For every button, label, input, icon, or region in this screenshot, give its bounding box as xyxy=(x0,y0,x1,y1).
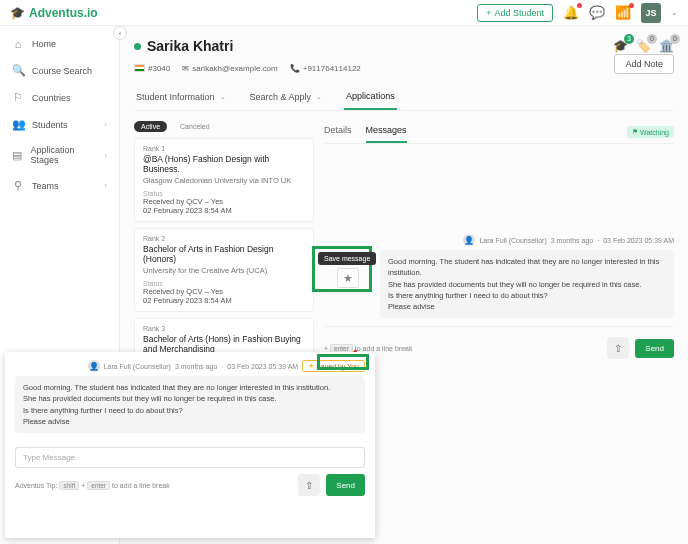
collapse-sidebar-icon[interactable]: ‹ xyxy=(113,26,127,40)
adventus-tip: Adventus Tip: shift + enter to add a lin… xyxy=(15,482,170,489)
tab-details[interactable]: Details xyxy=(324,121,352,143)
bell-icon[interactable]: 🔔 xyxy=(563,5,579,20)
badge: 3 xyxy=(624,34,634,44)
rank: Rank 3 xyxy=(143,325,305,332)
tab-student-information[interactable]: Student Information⌄ xyxy=(134,86,228,110)
university: Glasgow Caledonian University via INTO U… xyxy=(143,176,305,185)
status-label: Status xyxy=(143,280,305,287)
status-canceled[interactable]: Canceled xyxy=(173,121,217,132)
overlay-message-body: Good morning. The student has indicated … xyxy=(15,376,365,433)
tab-applications[interactable]: Applications xyxy=(344,86,397,110)
phone-icon: 📞 xyxy=(290,64,300,73)
badge: 0 xyxy=(647,34,657,44)
overlay-when: 3 months ago xyxy=(175,363,217,370)
sidebar-item-application-stages[interactable]: ▤Application Stages› xyxy=(0,138,119,172)
student-name-block: Sarika Khatri xyxy=(134,38,233,54)
send-button[interactable]: Send xyxy=(326,474,365,496)
tab-messages[interactable]: Messages xyxy=(366,121,407,143)
status-val: Received by QCV – Yes xyxy=(143,197,305,206)
institution-counter-icon[interactable]: 🏛️0 xyxy=(659,39,674,53)
calendar-counter-icon[interactable]: 🏷️0 xyxy=(636,39,651,53)
status-date: 02 February 2023 8:54 AM xyxy=(143,296,305,305)
key-chip: enter xyxy=(87,481,110,490)
chat-counter-icon[interactable]: 🎓3 xyxy=(613,39,628,53)
upload-icon: ⇧ xyxy=(305,480,313,491)
tip-prefix: + xyxy=(324,345,328,352)
search-icon: 🔍 xyxy=(12,64,24,77)
flag-icon: ⚑ xyxy=(632,128,638,136)
author-avatar-icon: 👤 xyxy=(88,360,100,372)
watching-badge[interactable]: ⚑Watching xyxy=(627,126,674,138)
brand-text: Adventus.io xyxy=(29,6,98,20)
grad-cap-icon: 🎓 xyxy=(10,6,25,20)
student-phone[interactable]: +911764114122 xyxy=(303,64,361,73)
upload-button[interactable]: ⇧ xyxy=(607,337,629,359)
sidebar-item-countries[interactable]: ⚐Countries xyxy=(0,84,119,111)
rank: Rank 1 xyxy=(143,145,305,152)
msg-line: Good morning. The student has indicated … xyxy=(23,382,357,393)
mail-icon: ✉ xyxy=(182,64,189,73)
brand-logo[interactable]: 🎓 Adventus.io xyxy=(10,6,98,20)
sidebar-item-teams[interactable]: ⚲Teams› xyxy=(0,172,119,199)
student-name: Sarika Khatri xyxy=(147,38,233,54)
author-avatar-icon: 👤 xyxy=(463,234,475,246)
chevron-right-icon: › xyxy=(104,151,107,160)
upload-icon: ⇧ xyxy=(614,343,622,354)
watching-label: Watching xyxy=(640,129,669,136)
status-active[interactable]: Active xyxy=(134,121,167,132)
nav-label: Teams xyxy=(32,181,59,191)
student-email[interactable]: sarikakh@example.com xyxy=(192,64,277,73)
active-status-dot-icon xyxy=(134,43,141,50)
tip-label: Adventus Tip: xyxy=(15,482,57,489)
status-label: Status xyxy=(143,190,305,197)
chevron-down-icon: ⌄ xyxy=(220,93,226,101)
tab-search-apply[interactable]: Search & Apply⌄ xyxy=(248,86,325,110)
add-student-button[interactable]: + Add Student xyxy=(477,4,553,22)
message-input[interactable]: Type Message xyxy=(15,447,365,468)
course-title: Bachelor of Arts (Hons) in Fashion Buyin… xyxy=(143,334,305,354)
topbar: 🎓 Adventus.io + Add Student 🔔 💬 📶 JS ⌄ xyxy=(0,0,688,26)
student-id: #3040 xyxy=(148,64,170,73)
message-body: Good morning. The student has indicated … xyxy=(380,250,674,318)
add-student-label: Add Student xyxy=(494,8,544,18)
application-card[interactable]: Rank 2 Bachelor of Arts in Fashion Desig… xyxy=(134,228,314,312)
chat-icon[interactable]: 💬 xyxy=(589,5,605,20)
nav-label: Countries xyxy=(32,93,71,103)
sidebar-item-course-search[interactable]: 🔍Course Search xyxy=(0,57,119,84)
add-note-button[interactable]: Add Note xyxy=(614,54,674,74)
key-chip: shift xyxy=(59,481,79,490)
message-author: Lara Full (Counsellor) xyxy=(479,237,546,244)
stages-icon: ▤ xyxy=(12,149,23,162)
people-icon: 👥 xyxy=(12,118,24,131)
tip-text: to add a line break xyxy=(112,482,170,489)
university: University for the Creative Arts (UCA) xyxy=(143,266,305,275)
application-card[interactable]: Rank 1 @BA (Hons) Fashion Design with Bu… xyxy=(134,138,314,222)
message-relative-time: 3 months ago xyxy=(551,237,593,244)
send-button[interactable]: Send xyxy=(635,339,674,358)
status-filter: Active Canceled xyxy=(134,121,314,132)
nav-label: Application Stages xyxy=(31,145,97,165)
sidebar-item-students[interactable]: 👥Students› xyxy=(0,111,119,138)
course-title: Bachelor of Arts in Fashion Design (Hono… xyxy=(143,244,305,264)
chevron-down-icon: ⌄ xyxy=(316,93,322,101)
msg-line: Good morning. The student has indicated … xyxy=(388,256,666,279)
teams-icon: ⚲ xyxy=(12,179,24,192)
chevron-right-icon: › xyxy=(104,181,107,190)
msg-line: She has provided documents but they will… xyxy=(23,393,357,404)
avatar-chevron-icon[interactable]: ⌄ xyxy=(671,8,678,17)
tab-label: Student Information xyxy=(136,92,215,102)
nav-label: Course Search xyxy=(32,66,92,76)
flag-icon: ⚐ xyxy=(12,91,24,104)
rss-icon[interactable]: 📶 xyxy=(615,5,631,20)
user-avatar[interactable]: JS xyxy=(641,3,661,23)
sidebar-item-home[interactable]: ⌂Home xyxy=(0,31,119,57)
save-message-control: Save message ★ xyxy=(324,234,374,288)
header-stats: 🎓3 🏷️0 🏛️0 xyxy=(613,39,674,53)
student-meta: #3040 ✉sarikakh@example.com 📞+9117641141… xyxy=(134,64,361,73)
msg-line: Is there anything further I need to do a… xyxy=(388,290,666,301)
msg-line: Is there anything further I need to do a… xyxy=(23,405,357,416)
badge: 0 xyxy=(670,34,680,44)
upload-button[interactable]: ⇧ xyxy=(298,474,320,496)
nav-label: Students xyxy=(32,120,68,130)
home-icon: ⌂ xyxy=(12,38,24,50)
